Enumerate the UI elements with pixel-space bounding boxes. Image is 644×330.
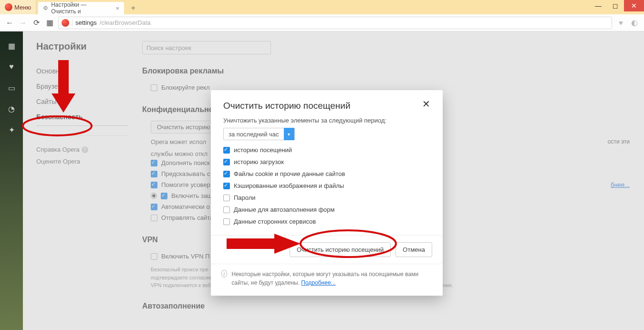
sb-extensions-icon[interactable]: ✦ [7, 125, 16, 134]
window-controls: — ◻ ✕ [590, 0, 644, 11]
dialog-footnote: Некоторые настройки, которые могут указы… [232, 270, 432, 287]
profile-icon[interactable]: ◐ [630, 18, 639, 27]
sb-heart-icon[interactable]: ♥ [7, 62, 16, 72]
new-tab-button[interactable]: + [127, 2, 139, 14]
sb-history-icon[interactable]: ◔ [7, 104, 16, 113]
forward-button[interactable]: → [18, 19, 28, 27]
opera-badge-icon [62, 19, 69, 27]
tab-close-icon[interactable]: × [116, 5, 120, 12]
chk-history[interactable] [223, 147, 230, 154]
period-select[interactable]: за последний час ▾ [223, 128, 295, 140]
opera-menu-button[interactable]: Меню [0, 0, 36, 14]
info-icon: i [221, 270, 227, 278]
window-close-button[interactable]: ✕ [624, 0, 644, 11]
dialog-close-button[interactable]: ✕ [422, 101, 430, 107]
speeddial-button[interactable]: ▦ [45, 18, 54, 27]
speed-sidebar: ▦ ♥ ▭ ◔ ✦ [0, 31, 23, 330]
browser-tab[interactable]: ⚙ Настройки — Очистить и × [38, 2, 124, 14]
chk-thirdparty[interactable] [223, 218, 230, 225]
chk-cookies[interactable] [223, 171, 230, 177]
window-maximize-button[interactable]: ◻ [607, 0, 624, 11]
back-button[interactable]: ← [5, 19, 14, 27]
tab-title: Настройки — Очистить и [51, 1, 111, 15]
browser-toolbar: ← → ⟳ ▦ settings/clearBrowserData ♥ ◐ [0, 14, 644, 31]
dialog-learn-more-link[interactable]: Подробнее... [301, 279, 335, 286]
clear-data-dialog: Очистить историю посещений ✕ Уничтожить … [211, 90, 443, 296]
url-host: settings [75, 19, 97, 26]
sb-grid-icon[interactable]: ▦ [7, 41, 16, 51]
address-bar[interactable]: settings/clearBrowserData [58, 17, 612, 29]
window-minimize-button[interactable]: — [590, 0, 607, 11]
chevron-down-icon[interactable]: ▾ [284, 128, 294, 140]
sb-news-icon[interactable]: ▭ [7, 83, 16, 93]
url-path: /clearBrowserData [100, 19, 151, 26]
chk-downloads[interactable] [223, 159, 230, 165]
chk-cache[interactable] [223, 183, 230, 189]
gear-icon: ⚙ [43, 5, 48, 11]
window-titlebar: Меню ⚙ Настройки — Очистить и × + — ◻ ✕ [0, 0, 644, 14]
dialog-period-label: Уничтожить указанные элементы за следующ… [223, 117, 430, 124]
opera-logo-icon [5, 3, 12, 11]
dialog-clear-button[interactable]: Очистить историю посещений [290, 242, 391, 257]
chk-autofill[interactable] [223, 206, 230, 213]
reload-button[interactable]: ⟳ [31, 18, 41, 27]
menu-label: Меню [14, 4, 31, 11]
period-value: за последний час [224, 131, 284, 138]
dialog-cancel-button[interactable]: Отмена [395, 242, 432, 257]
chk-passwords[interactable] [223, 195, 230, 201]
dialog-title: Очистить историю посещений [223, 101, 351, 111]
bookmark-heart-icon[interactable]: ♥ [616, 19, 626, 27]
